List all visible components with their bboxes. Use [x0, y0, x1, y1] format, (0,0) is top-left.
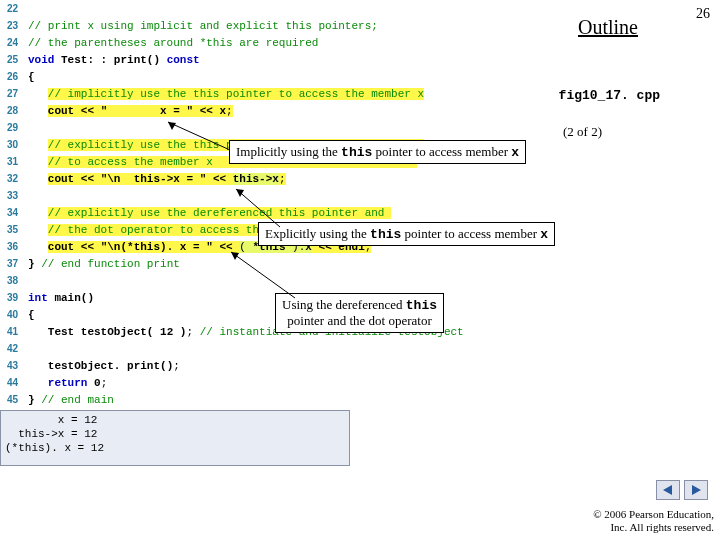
line-content: void Test: : print() const [24, 54, 720, 66]
code-line: 32 cout << "\n this->x = " << this->x; [0, 170, 720, 187]
line-content: return 0; [24, 377, 720, 389]
line-number: 38 [0, 275, 24, 286]
code-line: 38 [0, 272, 720, 289]
line-number: 24 [0, 37, 24, 48]
line-number: 44 [0, 377, 24, 388]
line-number: 33 [0, 190, 24, 201]
line-content: } // end main [24, 394, 720, 406]
code-line: 37} // end function print [0, 255, 720, 272]
line-number: 39 [0, 292, 24, 303]
line-number: 26 [0, 71, 24, 82]
triangle-left-icon [662, 484, 674, 496]
line-number: 45 [0, 394, 24, 405]
code-line: 26{ [0, 68, 720, 85]
line-content: { [24, 71, 720, 83]
line-number: 42 [0, 343, 24, 354]
line-number: 34 [0, 207, 24, 218]
code-line: 25void Test: : print() const [0, 51, 720, 68]
code-line: 29 [0, 119, 720, 136]
page-position: (2 of 2) [563, 124, 602, 140]
line-number: 37 [0, 258, 24, 269]
line-number: 28 [0, 105, 24, 116]
outline-heading: Outline [578, 16, 638, 39]
page-number: 26 [696, 6, 710, 22]
next-button[interactable] [684, 480, 708, 500]
line-number: 25 [0, 54, 24, 65]
code-line: 44 return 0; [0, 374, 720, 391]
code-line: 34 // explicitly use the dereferenced th… [0, 204, 720, 221]
line-number: 27 [0, 88, 24, 99]
line-number: 40 [0, 309, 24, 320]
line-content: cout << "\n this->x = " << this->x; [24, 173, 720, 185]
code-line: 45} // end main [0, 391, 720, 408]
line-number: 32 [0, 173, 24, 184]
nav-buttons [656, 480, 708, 500]
code-line: 28 cout << " x = " << x; [0, 102, 720, 119]
code-line: 42 [0, 340, 720, 357]
svg-marker-6 [663, 485, 672, 495]
line-number: 23 [0, 20, 24, 31]
line-content: cout << " x = " << x; [24, 105, 720, 117]
line-content: testObject. print(); [24, 360, 720, 372]
triangle-right-icon [690, 484, 702, 496]
code-listing: 2223// print x using implicit and explic… [0, 0, 720, 408]
prev-button[interactable] [656, 480, 680, 500]
figure-label: fig10_17. cpp [559, 88, 660, 103]
line-content: } // end function print [24, 258, 720, 270]
copyright-footer: © 2006 Pearson Education, Inc. All right… [593, 508, 714, 534]
program-output: x = 12 this->x = 12 (*this). x = 12 [0, 410, 350, 466]
code-line: 33 [0, 187, 720, 204]
line-number: 30 [0, 139, 24, 150]
callout-explicit-this: Explicitly using the this pointer to acc… [258, 222, 555, 246]
line-number: 22 [0, 3, 24, 14]
code-line: 43 testObject. print(); [0, 357, 720, 374]
callout-deref-this: Using the dereferenced this pointer and … [275, 293, 444, 333]
line-content: // explicitly use the dereferenced this … [24, 207, 720, 219]
line-number: 35 [0, 224, 24, 235]
line-number: 43 [0, 360, 24, 371]
callout-implicit-this: Implicitly using the this pointer to acc… [229, 140, 526, 164]
line-number: 29 [0, 122, 24, 133]
line-number: 36 [0, 241, 24, 252]
line-number: 31 [0, 156, 24, 167]
line-number: 41 [0, 326, 24, 337]
svg-marker-7 [692, 485, 701, 495]
code-line: 22 [0, 0, 720, 17]
